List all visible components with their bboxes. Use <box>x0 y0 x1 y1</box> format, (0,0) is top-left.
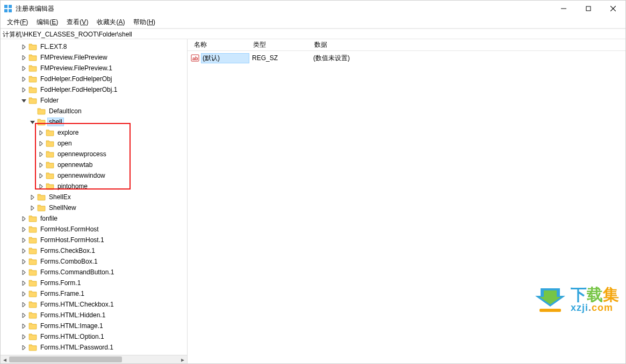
tree-item[interactable]: Folder <box>3 95 187 106</box>
expand-arrow-icon[interactable] <box>20 236 27 244</box>
tree-item[interactable]: fonfile <box>3 213 187 224</box>
tree-item[interactable]: FL.EXT.8 <box>3 41 187 52</box>
maximize-button[interactable] <box>576 1 601 17</box>
expand-arrow-icon[interactable] <box>20 247 27 254</box>
tree-item[interactable]: Forms.HTML:Option.1 <box>3 331 187 342</box>
expand-arrow-icon[interactable] <box>20 279 27 287</box>
folder-icon <box>28 257 37 266</box>
expand-arrow-icon[interactable] <box>20 322 27 330</box>
expand-arrow-icon[interactable] <box>37 150 45 158</box>
list-header: 名称 类型 数据 <box>188 39 625 51</box>
tree-item-label: opennewwindow <box>56 172 106 179</box>
tree-item[interactable]: pintohome <box>3 181 187 192</box>
tree-item[interactable]: Forms.HTML:Hidden.1 <box>3 310 187 321</box>
tree-item[interactable]: ShellNew <box>3 202 187 213</box>
column-header-name[interactable]: 名称 <box>191 39 250 50</box>
tree-item[interactable]: DefaultIcon <box>3 106 187 117</box>
scroll-thumb[interactable] <box>9 356 122 362</box>
tree-item[interactable]: Forms.HTML:Checkbox.1 <box>3 299 187 310</box>
tree-item[interactable]: FormHost.FormHost <box>3 224 187 235</box>
expand-arrow-icon[interactable] <box>28 204 36 212</box>
expand-arrow-icon[interactable] <box>20 268 27 276</box>
expand-arrow-icon[interactable] <box>20 290 27 297</box>
folder-icon <box>28 96 37 105</box>
tree-item[interactable]: Forms.Frame.1 <box>3 288 187 299</box>
expand-arrow-icon[interactable] <box>20 215 27 222</box>
list-pane: 名称 类型 数据 ab(默认)REG_SZ(数值未设置) <box>188 39 625 363</box>
folder-icon <box>37 203 46 212</box>
minimize-button[interactable] <box>551 1 576 17</box>
tree-item[interactable]: Forms.CheckBox.1 <box>3 245 187 256</box>
folder-icon <box>28 246 37 255</box>
value-row[interactable]: ab(默认)REG_SZ(数值未设置) <box>191 52 625 64</box>
tree-item-label: fonfile <box>39 215 59 222</box>
tree-item-label: ShellEx <box>48 193 72 201</box>
expand-arrow-icon[interactable] <box>20 311 27 319</box>
tree-item[interactable]: opennewtab <box>3 159 187 170</box>
expand-arrow-icon[interactable] <box>20 225 27 233</box>
expand-arrow-icon[interactable] <box>37 129 45 136</box>
address-bar[interactable]: 计算机\HKEY_CLASSES_ROOT\Folder\shell <box>1 28 625 39</box>
tree-item[interactable]: FMPreview.FilePreview <box>3 52 187 63</box>
expand-arrow-icon[interactable] <box>28 193 36 201</box>
tree-item[interactable]: shell <box>3 117 187 127</box>
tree-item-label: Forms.HTML:Password.1 <box>39 344 114 351</box>
tree-item[interactable]: opennewprocess <box>3 149 187 159</box>
tree-item[interactable]: Forms.HTML:Image.1 <box>3 321 187 331</box>
tree-item[interactable]: Forms.ComboBox.1 <box>3 256 187 267</box>
tree-item-label: FormHost.FormHost.1 <box>39 236 105 244</box>
tree-item[interactable]: FMPreview.FilePreview.1 <box>3 63 187 74</box>
column-header-data[interactable]: 数据 <box>311 39 625 50</box>
expand-arrow-icon[interactable] <box>20 258 27 265</box>
folder-icon <box>46 128 54 137</box>
collapse-arrow-icon[interactable] <box>20 97 27 104</box>
tree-item[interactable]: Forms.Form.1 <box>3 278 187 288</box>
expand-arrow-icon[interactable] <box>20 54 27 61</box>
tree-item[interactable]: explore <box>3 127 187 138</box>
expand-arrow-icon[interactable] <box>37 140 45 147</box>
expand-arrow-icon[interactable] <box>20 86 27 93</box>
menu-file[interactable]: 文件(F) <box>3 17 32 28</box>
expand-arrow-icon[interactable] <box>20 75 27 83</box>
menu-favorites[interactable]: 收藏夹(A) <box>92 17 129 28</box>
scroll-track[interactable] <box>9 355 178 363</box>
tree-item[interactable]: opennewwindow <box>3 170 187 181</box>
tree-item-label: open <box>56 140 73 147</box>
scroll-right-button[interactable]: ▸ <box>178 355 187 363</box>
expand-arrow-icon[interactable] <box>20 333 27 340</box>
app-icon <box>4 4 12 13</box>
expand-arrow-icon[interactable] <box>37 161 45 169</box>
tree-scroll[interactable]: FL.EXT.8FMPreview.FilePreviewFMPreview.F… <box>1 39 187 355</box>
folder-icon <box>28 332 37 341</box>
tree-item-label: FMPreview.FilePreview.1 <box>39 64 113 72</box>
folder-icon <box>28 85 37 94</box>
folder-icon <box>28 311 37 319</box>
content-area: FL.EXT.8FMPreview.FilePreviewFMPreview.F… <box>1 39 625 363</box>
scroll-left-button[interactable]: ◂ <box>1 355 9 363</box>
tree-item[interactable]: Forms.CommandButton.1 <box>3 267 187 278</box>
expand-arrow-icon[interactable] <box>20 43 27 50</box>
value-name: (默认) <box>202 54 249 63</box>
tree-item-label: shell <box>48 118 63 126</box>
tree-item[interactable]: FodHelper.FodHelperObj <box>3 74 187 84</box>
expand-arrow-icon[interactable] <box>37 172 45 179</box>
collapse-arrow-icon[interactable] <box>28 118 36 126</box>
menu-help[interactable]: 帮助(H) <box>129 17 160 28</box>
tree-item[interactable]: ShellEx <box>3 192 187 202</box>
pane-resize-handle[interactable] <box>187 40 189 363</box>
tree-item[interactable]: FodHelper.FodHelperObj.1 <box>3 84 187 95</box>
expand-arrow-icon[interactable] <box>20 301 27 308</box>
expand-arrow-icon[interactable] <box>20 64 27 72</box>
menu-edit[interactable]: 编辑(E) <box>32 17 62 28</box>
folder-icon <box>28 53 37 62</box>
expand-arrow-icon[interactable] <box>37 183 45 190</box>
tree-item[interactable]: Forms.HTML:Password.1 <box>3 342 187 353</box>
column-header-type[interactable]: 类型 <box>250 39 311 50</box>
close-button[interactable] <box>601 1 625 17</box>
tree-horizontal-scrollbar[interactable]: ◂ ▸ <box>1 355 187 363</box>
expand-arrow-icon[interactable] <box>20 344 27 351</box>
folder-icon <box>28 225 37 234</box>
tree-item[interactable]: open <box>3 138 187 149</box>
menu-view[interactable]: 查看(V) <box>62 17 92 28</box>
tree-item[interactable]: FormHost.FormHost.1 <box>3 235 187 245</box>
